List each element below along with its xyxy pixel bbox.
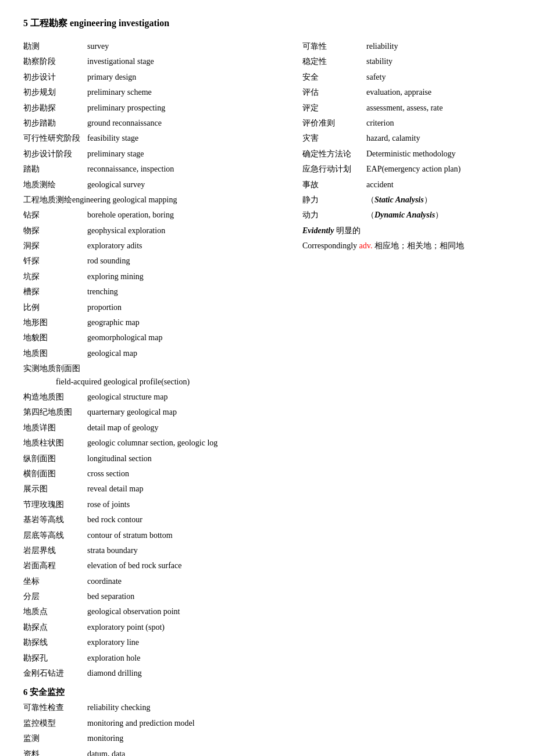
list-item: 安全safety (302, 71, 535, 84)
list-item: 坑探exploring mining (23, 270, 302, 283)
list-item: 勘测survey (23, 40, 302, 53)
list-item: 评定assessment, assess, rate (302, 102, 535, 115)
list-item: 实测地质剖面图 field-acquired geological profil… (23, 362, 302, 388)
list-item: 钻探borehole operation, boring (23, 209, 302, 222)
list-item: Evidently 明显的 (302, 224, 535, 237)
list-item: 勘探孔exploration hole (23, 652, 302, 665)
list-item: 构造地质图geological structure map (23, 391, 302, 404)
list-item: 基岩等高线bed rock contour (23, 513, 302, 526)
list-item: 勘探点exploratory point (spot) (23, 621, 302, 634)
list-item: 地质详图detail map of geology (23, 422, 302, 434)
list-item: 比例proportion (23, 301, 302, 314)
list-item: 工程地质测绘engineering geological mapping (23, 194, 302, 206)
list-item: 展示图reveal detail map (23, 483, 302, 495)
right-column: 可靠性reliability稳定性stability安全safety评估eval… (302, 40, 535, 756)
list-item: 初步踏勘ground reconnaissance (23, 117, 302, 130)
list-item: 地质柱状图geologic columnar section, geologic… (23, 437, 302, 450)
list-item: 应急行动计划EAP(emergency action plan) (302, 163, 535, 176)
list-item: 可靠性reliability (302, 40, 535, 53)
list-item: 岩层界线strata boundary (23, 544, 302, 557)
list-item: 可行性研究阶段feasibility stage (23, 132, 302, 145)
list-item: 层底等高线contour of stratum bottom (23, 529, 302, 542)
list-item: 初步规划preliminary scheme (23, 86, 302, 99)
list-item: 初步勘探preliminary prospecting (23, 102, 302, 115)
list-item: 钎探rod sounding (23, 255, 302, 268)
list-item: 监控模型monitoring and prediction model (23, 717, 302, 730)
list-item: 坐标coordinate (23, 575, 302, 588)
list-item: 动力（Dynamic Analysis） (302, 209, 535, 222)
list-item: 地形图geographic map (23, 316, 302, 329)
list-item: 横剖面图cross section (23, 468, 302, 480)
list-item: 地貌图geomorphological map (23, 331, 302, 344)
list-item: 灾害hazard, calamity (302, 132, 535, 145)
list-item: 初步设计primary design (23, 71, 302, 84)
list-item: 事故accident (302, 179, 535, 191)
list-item: 物探geophysical exploration (23, 224, 302, 237)
list-item: 资料datum, data (23, 748, 302, 756)
list-item: 地质测绘geological survey (23, 179, 302, 191)
list-item: 评估evaluation, appraise (302, 86, 535, 99)
list-item: 金刚石钻进diamond drilling (23, 667, 302, 680)
list-item: 初步设计阶段preliminary stage (23, 148, 302, 161)
list-item: 地质点geological observation point (23, 605, 302, 618)
list-item: 节理玫瑰图rose of joints (23, 498, 302, 511)
list-item: 确定性方法论Deterministic methodology (302, 148, 535, 161)
list-item: 分层bed separation (23, 590, 302, 603)
list-item: 稳定性stability (302, 55, 535, 68)
list-item: 岩面高程elevation of bed rock surface (23, 559, 302, 572)
list-item: 纵剖面图longitudinal section (23, 452, 302, 465)
list-item: 勘察阶段investigational stage (23, 55, 302, 68)
list-item: 第四纪地质图quarternary geological map (23, 406, 302, 419)
page-title: 5 工程勘察 engineering investigation (23, 17, 512, 30)
list-item: 评价准则criterion (302, 117, 535, 130)
list-item: 踏勘reconnaissance, inspection (23, 163, 302, 176)
list-item: Correspondingly adv. 相应地；相关地；相同地 (302, 240, 535, 252)
list-item: 洞探exploratory adits (23, 240, 302, 252)
section-title: 6 安全监控 (23, 687, 302, 698)
list-item: 监测monitoring (23, 732, 302, 745)
list-item: 槽探trenching (23, 286, 302, 298)
list-item: 地质图geological map (23, 347, 302, 360)
left-column: 勘测survey勘察阶段investigational stage初步设计pri… (23, 40, 302, 756)
list-item: 勘探线exploratory line (23, 636, 302, 649)
list-item: 可靠性检查reliability checking (23, 701, 302, 714)
list-item: 静力（Static Analysis） (302, 194, 535, 206)
